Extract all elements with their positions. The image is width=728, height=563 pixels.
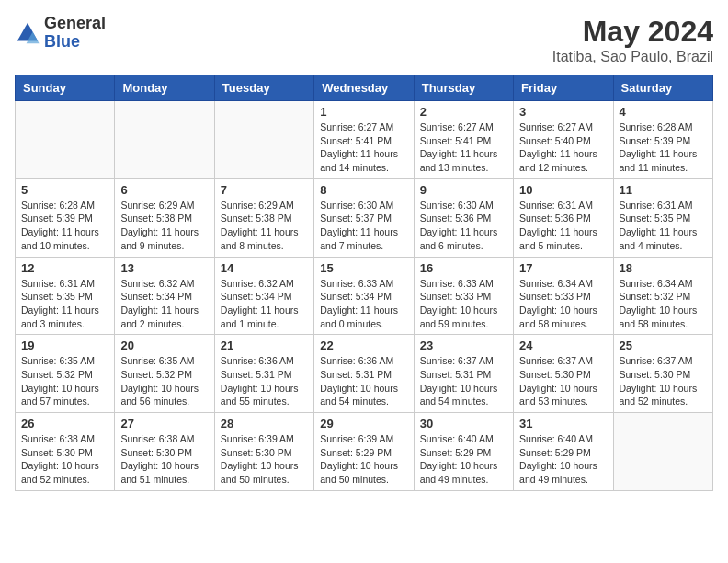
day-info: Sunrise: 6:38 AM Sunset: 5:30 PM Dayligh…: [120, 432, 208, 487]
day-number: 9: [420, 183, 507, 197]
day-info: Sunrise: 6:38 AM Sunset: 5:30 PM Dayligh…: [21, 432, 108, 487]
weekday-header-row: SundayMondayTuesdayWednesdayThursdayFrid…: [16, 75, 713, 101]
calendar-day-cell: 5Sunrise: 6:28 AM Sunset: 5:39 PM Daylig…: [16, 178, 115, 257]
day-info: Sunrise: 6:39 AM Sunset: 5:29 PM Dayligh…: [320, 432, 407, 487]
day-number: 5: [21, 183, 108, 197]
day-info: Sunrise: 6:30 AM Sunset: 5:36 PM Dayligh…: [420, 199, 507, 253]
logo-general: General: [44, 15, 106, 33]
page-header: General Blue May 2024 Itatiba, Sao Paulo…: [15, 15, 713, 65]
day-number: 25: [620, 339, 707, 352]
day-number: 28: [221, 417, 308, 431]
weekday-header-sunday: Sunday: [16, 75, 115, 101]
weekday-header-friday: Friday: [514, 75, 613, 101]
calendar-day-cell: 14Sunrise: 6:32 AM Sunset: 5:34 PM Dayli…: [214, 257, 313, 335]
day-number: 12: [21, 261, 108, 275]
calendar-day-cell: 11Sunrise: 6:31 AM Sunset: 5:35 PM Dayli…: [613, 178, 712, 257]
day-info: Sunrise: 6:34 AM Sunset: 5:33 PM Dayligh…: [519, 277, 607, 331]
calendar-day-cell: 4Sunrise: 6:28 AM Sunset: 5:39 PM Daylig…: [613, 101, 712, 179]
day-info: Sunrise: 6:33 AM Sunset: 5:33 PM Dayligh…: [420, 277, 507, 331]
day-number: 11: [620, 183, 707, 197]
calendar-day-cell: 17Sunrise: 6:34 AM Sunset: 5:33 PM Dayli…: [514, 257, 613, 335]
calendar-day-cell: [16, 101, 115, 179]
day-info: Sunrise: 6:35 AM Sunset: 5:32 PM Dayligh…: [120, 354, 208, 408]
day-info: Sunrise: 6:39 AM Sunset: 5:30 PM Dayligh…: [221, 432, 308, 487]
logo: General Blue: [15, 15, 106, 52]
calendar-day-cell: [115, 101, 214, 179]
logo-blue: Blue: [44, 33, 106, 52]
calendar-day-cell: 2Sunrise: 6:27 AM Sunset: 5:41 PM Daylig…: [414, 101, 513, 179]
calendar-day-cell: 3Sunrise: 6:27 AM Sunset: 5:40 PM Daylig…: [514, 101, 613, 179]
day-info: Sunrise: 6:27 AM Sunset: 5:41 PM Dayligh…: [420, 121, 507, 175]
day-number: 29: [320, 417, 407, 431]
day-number: 15: [320, 261, 407, 275]
calendar-day-cell: 16Sunrise: 6:33 AM Sunset: 5:33 PM Dayli…: [414, 257, 513, 335]
day-number: 30: [420, 417, 507, 431]
calendar-day-cell: 1Sunrise: 6:27 AM Sunset: 5:41 PM Daylig…: [314, 101, 414, 179]
weekday-header-thursday: Thursday: [414, 75, 513, 101]
calendar-day-cell: 21Sunrise: 6:36 AM Sunset: 5:31 PM Dayli…: [214, 335, 313, 413]
day-number: 17: [519, 261, 607, 275]
day-info: Sunrise: 6:28 AM Sunset: 5:39 PM Dayligh…: [21, 199, 108, 253]
day-number: 18: [620, 261, 707, 275]
calendar-day-cell: 25Sunrise: 6:37 AM Sunset: 5:30 PM Dayli…: [613, 335, 712, 413]
day-number: 6: [120, 183, 208, 197]
day-info: Sunrise: 6:30 AM Sunset: 5:37 PM Dayligh…: [320, 199, 407, 253]
calendar-day-cell: 8Sunrise: 6:30 AM Sunset: 5:37 PM Daylig…: [314, 178, 414, 257]
day-info: Sunrise: 6:29 AM Sunset: 5:38 PM Dayligh…: [120, 199, 208, 253]
day-number: 8: [320, 183, 407, 197]
calendar-week-row: 5Sunrise: 6:28 AM Sunset: 5:39 PM Daylig…: [16, 178, 713, 257]
day-info: Sunrise: 6:40 AM Sunset: 5:29 PM Dayligh…: [420, 432, 507, 487]
logo-text: General Blue: [44, 15, 106, 52]
day-info: Sunrise: 6:29 AM Sunset: 5:38 PM Dayligh…: [221, 199, 308, 253]
day-number: 7: [221, 183, 308, 197]
logo-icon: [15, 20, 40, 46]
calendar-day-cell: 13Sunrise: 6:32 AM Sunset: 5:34 PM Dayli…: [115, 257, 214, 335]
calendar-day-cell: 24Sunrise: 6:37 AM Sunset: 5:30 PM Dayli…: [514, 335, 613, 413]
weekday-header-saturday: Saturday: [613, 75, 712, 101]
calendar-day-cell: 9Sunrise: 6:30 AM Sunset: 5:36 PM Daylig…: [414, 178, 513, 257]
day-number: 26: [21, 417, 108, 431]
day-number: 24: [519, 339, 607, 352]
calendar-day-cell: 23Sunrise: 6:37 AM Sunset: 5:31 PM Dayli…: [414, 335, 513, 413]
title-block: May 2024 Itatiba, Sao Paulo, Brazil: [552, 15, 713, 65]
calendar-table: SundayMondayTuesdayWednesdayThursdayFrid…: [15, 75, 713, 491]
main-title: May 2024: [552, 15, 713, 49]
day-info: Sunrise: 6:40 AM Sunset: 5:29 PM Dayligh…: [519, 432, 607, 487]
calendar-day-cell: [214, 101, 313, 179]
day-number: 13: [120, 261, 208, 275]
day-info: Sunrise: 6:32 AM Sunset: 5:34 PM Dayligh…: [221, 277, 308, 331]
day-info: Sunrise: 6:36 AM Sunset: 5:31 PM Dayligh…: [221, 354, 308, 408]
calendar-day-cell: 27Sunrise: 6:38 AM Sunset: 5:30 PM Dayli…: [115, 413, 214, 491]
day-info: Sunrise: 6:37 AM Sunset: 5:31 PM Dayligh…: [420, 354, 507, 408]
calendar-day-cell: 15Sunrise: 6:33 AM Sunset: 5:34 PM Dayli…: [314, 257, 414, 335]
day-info: Sunrise: 6:31 AM Sunset: 5:36 PM Dayligh…: [519, 199, 607, 253]
day-number: 10: [519, 183, 607, 197]
calendar-day-cell: 29Sunrise: 6:39 AM Sunset: 5:29 PM Dayli…: [314, 413, 414, 491]
calendar-day-cell: 6Sunrise: 6:29 AM Sunset: 5:38 PM Daylig…: [115, 178, 214, 257]
calendar-day-cell: 20Sunrise: 6:35 AM Sunset: 5:32 PM Dayli…: [115, 335, 214, 413]
calendar-day-cell: 7Sunrise: 6:29 AM Sunset: 5:38 PM Daylig…: [214, 178, 313, 257]
calendar-day-cell: 10Sunrise: 6:31 AM Sunset: 5:36 PM Dayli…: [514, 178, 613, 257]
day-number: 1: [320, 105, 407, 119]
calendar-day-cell: 30Sunrise: 6:40 AM Sunset: 5:29 PM Dayli…: [414, 413, 513, 491]
day-number: 14: [221, 261, 308, 275]
calendar-day-cell: 18Sunrise: 6:34 AM Sunset: 5:32 PM Dayli…: [613, 257, 712, 335]
day-info: Sunrise: 6:37 AM Sunset: 5:30 PM Dayligh…: [519, 354, 607, 408]
calendar-day-cell: 12Sunrise: 6:31 AM Sunset: 5:35 PM Dayli…: [16, 257, 115, 335]
day-number: 19: [21, 339, 108, 352]
day-info: Sunrise: 6:37 AM Sunset: 5:30 PM Dayligh…: [620, 354, 707, 408]
day-number: 31: [519, 417, 607, 431]
day-info: Sunrise: 6:35 AM Sunset: 5:32 PM Dayligh…: [21, 354, 108, 408]
calendar-week-row: 26Sunrise: 6:38 AM Sunset: 5:30 PM Dayli…: [16, 413, 713, 491]
calendar-week-row: 1Sunrise: 6:27 AM Sunset: 5:41 PM Daylig…: [16, 101, 713, 179]
day-number: 16: [420, 261, 507, 275]
subtitle: Itatiba, Sao Paulo, Brazil: [552, 49, 713, 65]
calendar-week-row: 12Sunrise: 6:31 AM Sunset: 5:35 PM Dayli…: [16, 257, 713, 335]
day-info: Sunrise: 6:31 AM Sunset: 5:35 PM Dayligh…: [21, 277, 108, 331]
day-number: 22: [320, 339, 407, 352]
day-number: 27: [120, 417, 208, 431]
day-number: 2: [420, 105, 507, 119]
day-info: Sunrise: 6:34 AM Sunset: 5:32 PM Dayligh…: [620, 277, 707, 331]
day-number: 3: [519, 105, 607, 119]
day-info: Sunrise: 6:27 AM Sunset: 5:41 PM Dayligh…: [320, 121, 407, 175]
